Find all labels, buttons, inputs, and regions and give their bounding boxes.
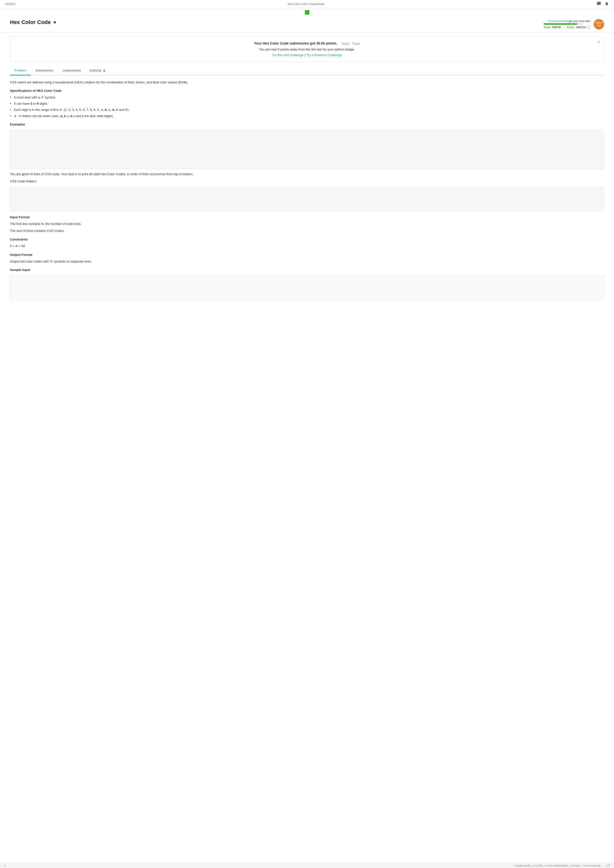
star-icon[interactable]: ★ [53, 20, 57, 25]
bell-icon[interactable] [605, 2, 609, 6]
output-format-title: Output Format [10, 253, 604, 257]
sample-input-title: Sample Input [10, 268, 604, 273]
points-label: Points: [567, 26, 575, 29]
problem-body: CSS colors are defined using a hexadecim… [10, 80, 604, 300]
intro-text: CSS colors are defined using a hexadecim… [10, 80, 604, 85]
random-challenge-link[interactable]: Try a Random Challenge [306, 53, 342, 57]
points-section: 5 more points to get your next star! Ran… [544, 20, 590, 29]
close-button[interactable]: × [598, 39, 600, 45]
divider: | [563, 26, 564, 29]
spec-list: It must start with a '#' symbol. It can … [10, 95, 604, 119]
share-label[interactable]: Share [342, 42, 350, 45]
tab-problem[interactable]: Problem [10, 66, 31, 76]
sub-text: You are now 5 points away from the 3rd s… [17, 48, 597, 51]
notification-banner: × Your Hex Color Code submission got 30.… [10, 37, 604, 62]
chat-icon[interactable] [597, 2, 601, 6]
examples-title: Examples [10, 122, 604, 127]
points-value: 105/110 [576, 26, 586, 29]
css-pattern-label: CSS Code Pattern [10, 179, 604, 184]
task-text: You are given N lines of CSS code. Your … [10, 172, 604, 177]
tab-editorial-label: Editorial [90, 68, 101, 72]
lock-icon: 🔒 [103, 69, 106, 72]
page-title: Hex Color Code [10, 19, 51, 25]
spec-item-3: Each digit is in the range of 0 to F. (1… [10, 107, 604, 113]
points-link[interactable]: 5 more points [548, 20, 565, 23]
challenge-links: Try the next challenge | Try a Random Ch… [17, 53, 597, 57]
points-suffix: to get your next star! [566, 20, 590, 23]
favicon-green [305, 10, 309, 15]
spec-title: Specifications of HEX Color Code [10, 88, 604, 93]
spec-item-1: It must start with a '#' symbol. [10, 95, 604, 100]
avatar[interactable]: Python ★★ [594, 19, 604, 29]
date-label: 4/6/2021 [5, 3, 16, 5]
tab-editorial[interactable]: Editorial 🔒 [85, 66, 110, 76]
css-pattern-code-block [10, 186, 604, 211]
header-left: Hex Color Code ★ [10, 19, 57, 25]
tabs: Problem Submissions Leaderboard Editoria… [10, 66, 604, 76]
progress-bar-fill [544, 23, 577, 25]
tweet-label[interactable]: Tweet [352, 42, 360, 45]
output-format-text: Output the color codes with '#' symbols … [10, 259, 604, 264]
constraints-title: Constraints [10, 237, 604, 242]
top-bar: 4/6/2021 Hex Color Code | HackerRank [0, 0, 614, 8]
tab-submissions-label: Submissions [35, 68, 53, 72]
input-format-line2: The next N lines contains CSS Codes. [10, 228, 604, 234]
top-bar-icons [597, 2, 609, 6]
examples-code-block [10, 130, 604, 169]
tab-problem-label: Problem [14, 68, 26, 72]
info-icon[interactable]: i [587, 25, 590, 29]
header: Hex Color Code ★ 5 more points to get yo… [0, 17, 614, 32]
sample-input-box [10, 275, 604, 300]
next-challenge-link[interactable]: Try the next challenge [272, 53, 304, 57]
spec-item-2: It can have 3 or 6 digits. [10, 101, 604, 106]
spec-item-4: A − F letters can be lower case. (a, b, … [10, 113, 604, 119]
header-right: 5 more points to get your next star! Ran… [544, 19, 604, 29]
constraints-value: 0 < N < 50 [10, 244, 604, 249]
rank-points: Rank: 419740 | Points: 105/110 i [544, 25, 590, 29]
main-content: Problem Submissions Leaderboard Editoria… [0, 66, 614, 313]
tab-submissions[interactable]: Submissions [31, 66, 58, 76]
page-title-tab: Hex Color Code | HackerRank [288, 3, 325, 5]
share-area: Share Tweet [342, 42, 360, 45]
input-format-title: Input Format [10, 215, 604, 220]
favicon-area [0, 8, 614, 17]
rank-label: Rank: [544, 26, 551, 29]
tab-leaderboard[interactable]: Leaderboard [58, 66, 85, 76]
input-format-line1: The first line contains N, the number of… [10, 222, 604, 227]
submission-text: Your Hex Color Code submission got 30.00… [254, 41, 337, 45]
rank-value: 419740 [552, 26, 561, 29]
tab-leaderboard-label: Leaderboard [62, 68, 81, 72]
progress-bar [544, 23, 583, 25]
